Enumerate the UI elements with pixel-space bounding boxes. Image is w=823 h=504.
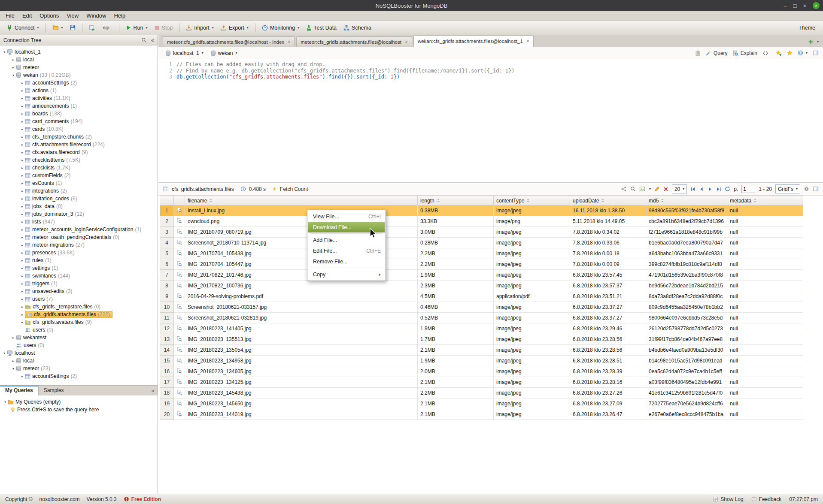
paste-icon[interactable] [695,50,701,56]
table-row[interactable]: 14IMG_20180223_135054.jpg2.1MBimage/jpeg… [160,345,803,356]
tree-item[interactable]: users(0) [0,326,158,334]
connection-selector[interactable]: localhost_1 ▾ [163,49,206,57]
table-row[interactable]: 1Install_Linux.jpg0.38MBimage/jpeg16.11.… [160,205,803,216]
tree-item[interactable]: ▸customFields(2) [0,172,158,179]
expander-closed-icon[interactable]: ▸ [20,135,25,139]
search-icon[interactable] [141,37,147,43]
test-data-button[interactable]: Test Data [303,23,340,33]
favorites-icon[interactable] [787,50,793,56]
context-menu-item[interactable]: View File...Ctrl+I [308,211,385,222]
close-tab-icon[interactable]: × [526,38,529,44]
first-page-icon[interactable] [690,187,695,192]
preview-cell[interactable] [174,259,185,270]
preview-cell[interactable] [174,291,185,302]
expander-closed-icon[interactable]: ▸ [20,290,25,293]
preview-cell[interactable] [174,270,185,281]
menu-view[interactable]: View [63,11,82,20]
tree-item[interactable]: ▸card_comments(194) [0,118,158,125]
edit-document-icon[interactable] [654,186,660,192]
feedback-button[interactable]: Feedback [751,496,782,502]
expander-closed-icon[interactable]: ▸ [20,305,25,309]
tree-item[interactable]: ▸settings(1) [0,264,158,272]
view-mode-select[interactable]: GridFs ▾ [775,184,800,193]
sidebar-tab-samples[interactable]: Samples [39,386,70,395]
my-queries-root[interactable]: ▾ My Queries (empty) [0,398,158,406]
tree-item[interactable]: ▸swimlanes(144) [0,272,158,280]
tree-item[interactable]: ▸accountSettings(2) [0,79,158,87]
save-button[interactable] [67,23,79,32]
tree-item[interactable]: ▸rules(1) [0,257,158,264]
code-button[interactable] [762,51,771,56]
tree-item[interactable]: ▸presences(33.6K) [0,249,158,257]
expander-closed-icon[interactable]: ▸ [20,151,25,154]
document-tab[interactable]: meteor:cfs_gridfs.attachments.files@loca… [163,36,295,47]
table-row[interactable]: 4Screenshot_20180710-113714.jpg0.28MBima… [160,238,803,248]
tree-item[interactable]: ▸actions(1) [0,87,158,94]
preview-cell[interactable] [174,356,185,366]
tree-item[interactable]: ▸jobs_dominator_3(12) [0,210,158,218]
export-button[interactable]: Export▾ [218,23,252,33]
expander-closed-icon[interactable]: ▸ [20,120,25,124]
context-menu-item[interactable]: Download File... [308,222,385,232]
database-selector[interactable]: wekan ▾ [208,49,240,57]
expander-closed-icon[interactable]: ▸ [20,143,25,147]
preview-cell[interactable] [174,302,185,313]
context-menu-item[interactable]: Edit File...Ctrl+E [308,245,385,256]
share-icon[interactable] [621,186,627,192]
gear-icon[interactable] [804,186,809,192]
export-table-button[interactable] [86,23,98,33]
tree-item[interactable]: ▸meteor-migrations(27) [0,241,158,249]
context-menu-item[interactable]: Copy▸ [308,269,385,280]
theme-button[interactable]: Theme [799,25,820,31]
tree-item[interactable]: ▸activities(11.1K) [0,94,158,102]
expander-closed-icon[interactable]: ▸ [20,282,25,286]
preview-cell[interactable] [174,366,185,377]
tree-item[interactable]: ▸cfs._tempstore.chunks(2) [0,133,158,141]
fetch-count-button[interactable]: Fetch Count [280,186,308,192]
menu-help[interactable]: Help [110,11,129,20]
expander-open-icon[interactable]: ▾ [11,73,16,77]
site-link[interactable]: nosqlbooster.com [39,496,80,502]
add-favorite-icon[interactable] [776,50,782,56]
expander-closed-icon[interactable]: ▸ [20,166,25,170]
find-in-results-icon[interactable] [630,186,636,192]
maximize-button[interactable]: □ [793,3,797,9]
table-row[interactable]: 16IMG_20180223_134605.jpg2.0MBimage/jpeg… [160,366,803,377]
table-row[interactable]: 5IMG_20170704_105438.jpg2.2MBimage/jpeg7… [160,248,803,259]
page-input[interactable] [741,185,755,193]
tree-item[interactable]: ▸wekantest [0,334,158,341]
table-row[interactable]: 17IMG_20180223_134125.jpg2.1MBimage/jpeg… [160,377,803,388]
preview-cell[interactable] [174,398,185,409]
menu-options[interactable]: Options [36,11,63,20]
context-menu-item[interactable]: Remove File... [308,256,385,267]
connect-button[interactable]: Connect▾ [3,23,42,33]
new-tab-icon[interactable] [808,39,814,45]
expander-closed-icon[interactable]: ▸ [20,374,25,378]
expander-closed-icon[interactable]: ▸ [20,212,25,216]
tree-item[interactable]: ▸cfs.attachments.filerecord(224) [0,141,158,148]
tree-item[interactable]: ▸cfs.avatars.filerecord(9) [0,148,158,156]
open-file-button[interactable]: ▾ [49,23,66,33]
tree-item[interactable]: ▸local [0,357,158,365]
expander-open-icon[interactable]: ▾ [2,351,7,355]
expander-closed-icon[interactable]: ▸ [20,320,25,324]
table-row[interactable]: 20IMG_20180223_144019.jpg2.1MBimage/jpeg… [160,409,803,420]
expander-closed-icon[interactable]: ▸ [11,66,16,69]
refresh-icon[interactable] [725,186,730,192]
expander-closed-icon[interactable]: ▸ [20,81,25,85]
expander-closed-icon[interactable]: ▸ [20,181,25,185]
tree-item[interactable]: ▸cards(10.8K) [0,125,158,133]
expander-closed-icon[interactable]: ▸ [20,158,25,162]
preview-cell[interactable] [174,345,185,356]
tree-item[interactable]: ▸jobs_data(0) [0,202,158,210]
expander-open-icon[interactable]: ▾ [11,367,16,371]
preview-cell[interactable] [174,281,185,291]
expander-closed-icon[interactable]: ▸ [20,259,25,263]
preview-cell[interactable] [174,377,185,388]
expander-closed-icon[interactable]: ▸ [20,274,25,278]
free-edition-badge[interactable]: Free Edition [124,496,161,502]
expander-closed-icon[interactable]: ▸ [20,112,25,116]
document-tab[interactable]: meteor:cfs_gridfs.attachments.files@loca… [296,36,412,47]
tree-item[interactable]: ▾localhost_1 [0,48,158,56]
tree-item[interactable]: ▾wekan(33 | 0.21GB) [0,71,158,79]
